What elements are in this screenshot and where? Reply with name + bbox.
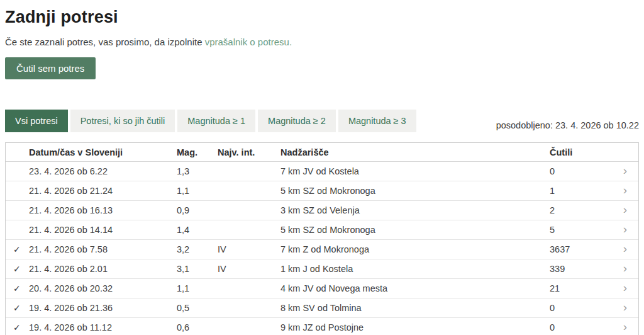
earthquake-row[interactable]: ✓19. 4. 2026 ob 21.360,58 km SV od Tolmi… [6,298,638,318]
cell-epicenter: 1 km J od Kostela [280,264,550,274]
row-chevron-icon: › [612,242,638,256]
cell-magnitude: 0,6 [177,322,218,332]
cell-felt-count: 1 [550,186,612,196]
earthquake-row[interactable]: 21. 4. 2026 ob 14.141,45 km SZ od Mokron… [6,220,638,240]
cell-epicenter: 8 km SV od Tolmina [280,303,550,313]
cell-epicenter: 9 km JZ od Postojne [280,322,550,332]
felt-earthquake-button[interactable]: Čutil sem potres [5,57,96,79]
questionnaire-link[interactable]: vprašalnik o potresu. [205,37,292,47]
row-chevron-icon: › [612,203,638,217]
cell-datetime: 21. 4. 2026 ob 16.13 [29,205,177,215]
cell-epicenter: 4 km JV od Novega mesta [280,283,550,293]
header-chevron-spacer [612,151,638,153]
cell-magnitude: 1,1 [177,186,218,196]
earthquake-row[interactable]: ✓21. 4. 2026 ob 2.013,1IV1 km J od Koste… [6,259,638,279]
latest-earthquakes-page: Zadnji potresi Če ste zaznali potres, va… [0,0,644,335]
earthquake-row[interactable]: ✓20. 4. 2026 ob 20.321,14 km JV od Noveg… [6,279,638,298]
cell-felt-count: 0 [550,322,612,332]
cell-felt-count: 0 [550,303,612,313]
earthquake-row[interactable]: 21. 4. 2026 ob 21.241,15 km SZ od Mokron… [6,181,638,201]
tab-magnituda-1[interactable]: Magnituda ≥ 1 [177,110,255,132]
cell-epicenter: 5 km SZ od Mokronoga [280,225,550,235]
cell-magnitude: 1,4 [177,225,218,235]
table-header-row: Datum/čas v Sloveniji Mag. Najv. int. Na… [6,143,638,162]
cell-felt-count: 339 [550,264,612,274]
cell-max-intensity: IV [218,244,280,254]
cell-magnitude: 1,1 [177,283,218,293]
cell-datetime: 19. 4. 2026 ob 11.12 [29,322,177,332]
cell-datetime: 21. 4. 2026 ob 14.14 [29,225,177,235]
tab-magnituda-2[interactable]: Magnituda ≥ 2 [258,110,336,132]
header-felt-count: Čutili [550,147,612,157]
cell-datetime: 23. 4. 2026 ob 6.22 [29,166,177,176]
cell-magnitude: 3,2 [177,244,218,254]
cell-magnitude: 1,3 [177,166,218,176]
cell-felt-count: 5 [550,225,612,235]
filter-tabs: Vsi potresiPotresi, ki so jih čutiliMagn… [5,110,419,132]
cell-felt-count: 21 [550,283,612,293]
cell-datetime: 21. 4. 2026 ob 2.01 [29,264,177,274]
cell-datetime: 21. 4. 2026 ob 21.24 [29,186,177,196]
row-chevron-icon: › [612,164,638,178]
tab-vsi-potresi[interactable]: Vsi potresi [5,110,68,132]
felt-check-icon: ✓ [6,244,29,254]
intro-text: Če ste zaznali potres, vas prosimo, da i… [5,37,202,47]
row-chevron-icon: › [612,262,638,276]
cell-felt-count: 3637 [550,244,612,254]
header-epicenter: Nadžarišče [280,147,550,157]
felt-check-icon: ✓ [6,264,29,274]
cell-datetime: 21. 4. 2026 ob 7.58 [29,244,177,254]
earthquake-row[interactable]: 23. 4. 2026 ob 6.221,37 km JV od Kostela… [6,162,638,181]
cell-epicenter: 7 km Z od Mokronoga [280,244,550,254]
filter-bar: Vsi potresiPotresi, ki so jih čutiliMagn… [5,110,639,132]
table-body: 23. 4. 2026 ob 6.221,37 km JV od Kostela… [6,162,638,335]
cell-datetime: 20. 4. 2026 ob 20.32 [29,283,177,293]
tab-magnituda-3[interactable]: Magnituda ≥ 3 [338,110,416,132]
row-chevron-icon: › [612,301,638,315]
cell-datetime: 19. 4. 2026 ob 21.36 [29,303,177,313]
earthquake-row[interactable]: ✓19. 4. 2026 ob 11.120,69 km JZ od Posto… [6,318,638,335]
earthquake-table: Datum/čas v Sloveniji Mag. Najv. int. Na… [5,142,639,335]
last-updated-text: posodobljeno: 23. 4. 2026 ob 10.22 [496,120,639,132]
felt-check-icon: ✓ [6,322,29,332]
earthquake-row[interactable]: ✓21. 4. 2026 ob 7.583,2IV7 km Z od Mokro… [6,240,638,259]
tab-potresi-cutili[interactable]: Potresi, ki so jih čutili [70,110,175,132]
earthquake-row[interactable]: 21. 4. 2026 ob 16.130,93 km SZ od Velenj… [6,201,638,220]
cell-max-intensity: IV [218,264,280,274]
felt-check-icon: ✓ [6,303,29,313]
cell-epicenter: 5 km SZ od Mokronoga [280,186,550,196]
header-datetime: Datum/čas v Sloveniji [29,147,177,157]
row-chevron-icon: › [612,223,638,237]
cell-magnitude: 0,9 [177,205,218,215]
header-max-intensity: Najv. int. [218,147,280,157]
cell-felt-count: 0 [550,166,612,176]
cell-magnitude: 3,1 [177,264,218,274]
cell-magnitude: 0,5 [177,303,218,313]
felt-check-icon: ✓ [6,283,29,293]
intro-paragraph: Če ste zaznali potres, vas prosimo, da i… [5,37,639,47]
cell-epicenter: 3 km SZ od Velenja [280,205,550,215]
row-chevron-icon: › [612,321,638,334]
page-title: Zadnji potresi [5,8,639,27]
header-magnitude: Mag. [177,147,218,157]
row-chevron-icon: › [612,184,638,198]
cell-epicenter: 7 km JV od Kostela [280,166,550,176]
cell-felt-count: 2 [550,205,612,215]
row-chevron-icon: › [612,281,638,295]
